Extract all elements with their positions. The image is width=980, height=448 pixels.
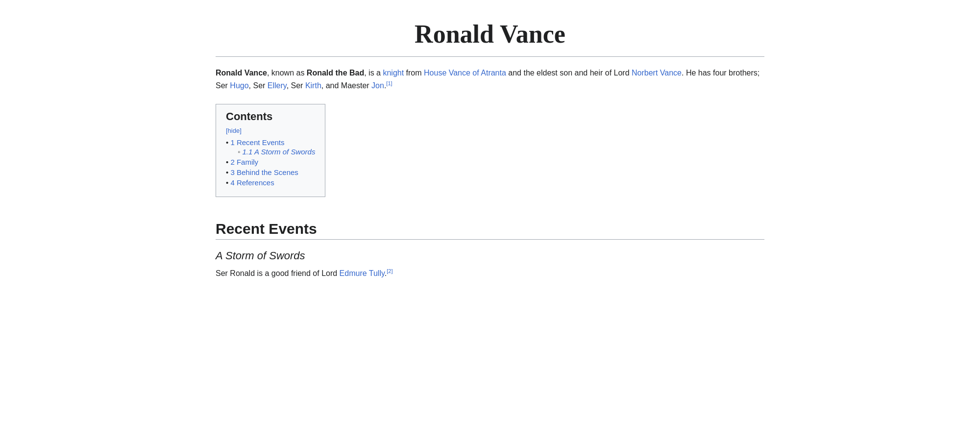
contents-link-family[interactable]: 2 Family (230, 158, 258, 166)
link-norbert-vance[interactable]: Norbert Vance (632, 69, 682, 77)
page-title: Ronald Vance (216, 10, 764, 57)
contents-item-1-1: 1.1 A Storm of Swords (238, 148, 315, 156)
contents-item-3: 3 Behind the Scenes (226, 168, 315, 176)
storm-of-swords-text: Ser Ronald is a good friend of Lord Edmu… (216, 267, 764, 280)
section-heading-recent-events: Recent Events (216, 221, 764, 240)
contents-hide-link[interactable]: [hide] (226, 127, 242, 134)
contents-link-storm-of-swords[interactable]: 1.1 A Storm of Swords (243, 148, 316, 156)
link-ellery[interactable]: Ellery (268, 81, 287, 90)
subject-alias: Ronald the Bad (307, 69, 364, 77)
link-house-vance[interactable]: House Vance of Atranta (424, 69, 506, 77)
contents-link-recent-events[interactable]: 1 Recent Events (230, 138, 284, 147)
link-jon[interactable]: Jon (371, 81, 384, 90)
contents-item-2: 2 Family (226, 158, 315, 166)
subject-name: Ronald Vance (216, 69, 267, 77)
ref-2[interactable]: [2] (387, 268, 392, 274)
contents-item-1: 1 Recent Events 1.1 A Storm of Swords (226, 138, 315, 156)
link-knight[interactable]: knight (383, 69, 404, 77)
subsection-heading-storm-of-swords: A Storm of Swords (216, 249, 764, 262)
link-hugo[interactable]: Hugo (230, 81, 248, 90)
ref-1[interactable]: [1] (386, 80, 392, 86)
link-edmure-tully[interactable]: Edmure Tully (340, 269, 385, 277)
intro-paragraph: Ronald Vance, known as Ronald the Bad, i… (216, 67, 764, 92)
contents-link-behind-scenes[interactable]: 3 Behind the Scenes (230, 168, 298, 176)
contents-list: 1 Recent Events 1.1 A Storm of Swords 2 … (226, 138, 315, 187)
link-kirth[interactable]: Kirth (305, 81, 321, 90)
contents-title: Contents (226, 110, 315, 123)
contents-box: Contents [hide] 1 Recent Events 1.1 A St… (216, 104, 325, 197)
contents-link-references[interactable]: 4 References (230, 178, 274, 187)
contents-sublist-1: 1.1 A Storm of Swords (226, 148, 315, 156)
contents-item-4: 4 References (226, 178, 315, 187)
